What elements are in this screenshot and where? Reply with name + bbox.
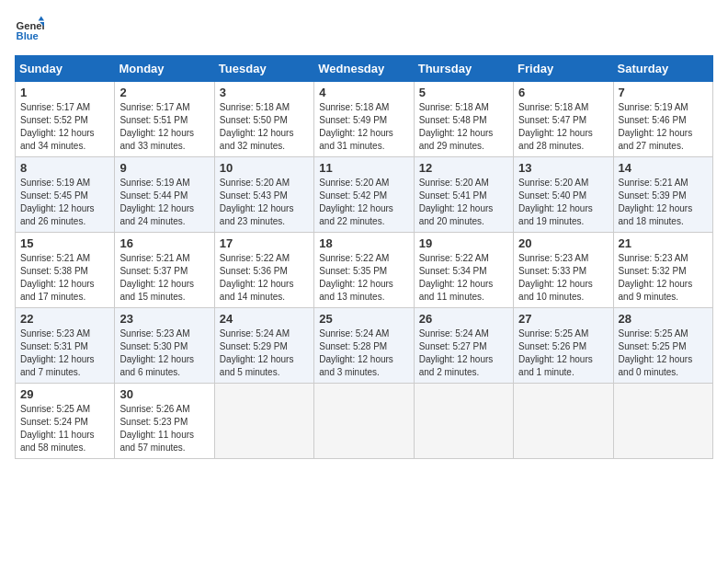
sunset-label: Sunset: 5:45 PM [20,190,88,201]
day-number: 9 [119,161,209,175]
calendar-cell: 20 Sunrise: 5:23 AM Sunset: 5:33 PM Dayl… [514,233,613,308]
day-number: 10 [220,161,309,175]
weekday-header-saturday: Saturday [613,56,712,82]
day-number: 19 [419,236,508,250]
page-header: General Blue [15,15,713,44]
calendar-cell: 10 Sunrise: 5:20 AM Sunset: 5:43 PM Dayl… [214,157,313,233]
sunset-label: Sunset: 5:47 PM [518,115,586,125]
day-info: Sunrise: 5:20 AM Sunset: 5:41 PM Dayligh… [419,177,508,228]
daylight-label: Daylight: 12 hours and 15 minutes. [119,279,194,302]
daylight-label: Daylight: 12 hours and 13 minutes. [319,279,393,302]
day-number: 16 [119,236,209,250]
daylight-label: Daylight: 12 hours and 34 minutes. [20,128,95,151]
calendar-cell: 18 Sunrise: 5:22 AM Sunset: 5:35 PM Dayl… [314,233,414,308]
day-number: 25 [319,312,408,326]
daylight-label: Daylight: 12 hours and 2 minutes. [419,354,494,377]
day-info: Sunrise: 5:26 AM Sunset: 5:23 PM Dayligh… [119,403,209,454]
day-number: 11 [319,161,408,175]
day-info: Sunrise: 5:18 AM Sunset: 5:49 PM Dayligh… [319,101,408,153]
svg-marker-2 [39,17,44,21]
day-info: Sunrise: 5:24 AM Sunset: 5:29 PM Dayligh… [220,327,309,379]
calendar-cell [214,384,313,459]
sunrise-label: Sunrise: 5:18 AM [518,102,588,112]
sunset-label: Sunset: 5:24 PM [20,417,88,427]
day-number: 24 [220,312,309,326]
day-number: 14 [619,161,708,175]
sunrise-label: Sunrise: 5:22 AM [319,253,389,263]
calendar-week-4: 22 Sunrise: 5:23 AM Sunset: 5:31 PM Dayl… [16,308,713,384]
sunrise-label: Sunrise: 5:24 AM [419,328,489,339]
calendar-cell: 14 Sunrise: 5:21 AM Sunset: 5:39 PM Dayl… [613,157,712,233]
day-number: 22 [20,312,109,326]
day-number: 20 [518,236,608,250]
daylight-label: Daylight: 12 hours and 31 minutes. [319,128,393,151]
sunset-label: Sunset: 5:25 PM [619,341,687,351]
svg-text:General: General [17,20,44,31]
day-number: 28 [619,312,708,326]
sunrise-label: Sunrise: 5:21 AM [119,253,189,263]
daylight-label: Daylight: 12 hours and 32 minutes. [220,128,294,151]
sunset-label: Sunset: 5:28 PM [319,341,387,351]
weekday-header-wednesday: Wednesday [314,56,414,82]
calendar-cell: 12 Sunrise: 5:20 AM Sunset: 5:41 PM Dayl… [414,157,513,233]
day-number: 2 [119,86,209,99]
sunrise-label: Sunrise: 5:23 AM [20,328,90,339]
sunrise-label: Sunrise: 5:21 AM [20,253,90,263]
day-info: Sunrise: 5:20 AM Sunset: 5:43 PM Dayligh… [220,177,309,228]
day-info: Sunrise: 5:17 AM Sunset: 5:51 PM Dayligh… [119,101,209,153]
sunrise-label: Sunrise: 5:20 AM [319,178,389,188]
calendar-cell: 5 Sunrise: 5:18 AM Sunset: 5:48 PM Dayli… [414,82,513,157]
logo: General Blue [15,15,44,44]
sunset-label: Sunset: 5:50 PM [220,115,288,125]
weekday-header-sunday: Sunday [16,56,115,82]
logo-icon: General Blue [15,15,44,44]
calendar-header-row: SundayMondayTuesdayWednesdayThursdayFrid… [16,56,713,82]
day-info: Sunrise: 5:22 AM Sunset: 5:34 PM Dayligh… [419,252,508,304]
sunrise-label: Sunrise: 5:20 AM [419,178,489,188]
daylight-label: Daylight: 12 hours and 28 minutes. [518,128,593,151]
calendar-week-2: 8 Sunrise: 5:19 AM Sunset: 5:45 PM Dayli… [16,157,713,233]
sunrise-label: Sunrise: 5:19 AM [20,178,90,188]
calendar-cell: 6 Sunrise: 5:18 AM Sunset: 5:47 PM Dayli… [514,82,613,157]
daylight-label: Daylight: 12 hours and 6 minutes. [119,354,194,377]
day-number: 12 [419,161,508,175]
calendar-cell: 9 Sunrise: 5:19 AM Sunset: 5:44 PM Dayli… [115,157,214,233]
day-info: Sunrise: 5:18 AM Sunset: 5:50 PM Dayligh… [220,101,309,153]
sunrise-label: Sunrise: 5:23 AM [619,253,688,263]
sunset-label: Sunset: 5:35 PM [319,266,387,276]
sunrise-label: Sunrise: 5:22 AM [220,253,290,263]
calendar-week-1: 1 Sunrise: 5:17 AM Sunset: 5:52 PM Dayli… [16,82,713,157]
sunrise-label: Sunrise: 5:18 AM [319,102,389,112]
sunset-label: Sunset: 5:36 PM [220,266,288,276]
sunset-label: Sunset: 5:29 PM [220,341,288,351]
daylight-label: Daylight: 12 hours and 10 minutes. [518,279,593,302]
calendar-cell: 24 Sunrise: 5:24 AM Sunset: 5:29 PM Dayl… [214,308,313,384]
day-info: Sunrise: 5:20 AM Sunset: 5:42 PM Dayligh… [319,177,408,228]
daylight-label: Daylight: 12 hours and 14 minutes. [220,279,294,302]
sunset-label: Sunset: 5:52 PM [20,115,88,125]
weekday-header-thursday: Thursday [414,56,513,82]
day-info: Sunrise: 5:23 AM Sunset: 5:33 PM Dayligh… [518,252,608,304]
day-number: 18 [319,236,408,250]
daylight-label: Daylight: 12 hours and 9 minutes. [619,279,693,302]
weekday-header-tuesday: Tuesday [214,56,313,82]
day-info: Sunrise: 5:18 AM Sunset: 5:47 PM Dayligh… [518,101,608,153]
sunset-label: Sunset: 5:26 PM [518,341,586,351]
day-info: Sunrise: 5:19 AM Sunset: 5:44 PM Dayligh… [119,177,209,228]
sunset-label: Sunset: 5:27 PM [419,341,487,351]
day-info: Sunrise: 5:24 AM Sunset: 5:28 PM Dayligh… [319,327,408,379]
day-info: Sunrise: 5:21 AM Sunset: 5:38 PM Dayligh… [20,252,109,304]
daylight-label: Daylight: 12 hours and 23 minutes. [220,203,294,226]
day-info: Sunrise: 5:24 AM Sunset: 5:27 PM Dayligh… [419,327,508,379]
day-info: Sunrise: 5:21 AM Sunset: 5:39 PM Dayligh… [619,177,708,228]
calendar-cell: 7 Sunrise: 5:19 AM Sunset: 5:46 PM Dayli… [613,82,712,157]
daylight-label: Daylight: 12 hours and 18 minutes. [619,203,693,226]
daylight-label: Daylight: 12 hours and 5 minutes. [220,354,294,377]
calendar-cell: 27 Sunrise: 5:25 AM Sunset: 5:26 PM Dayl… [514,308,613,384]
sunset-label: Sunset: 5:38 PM [20,266,88,276]
calendar-cell: 17 Sunrise: 5:22 AM Sunset: 5:36 PM Dayl… [214,233,313,308]
sunrise-label: Sunrise: 5:17 AM [119,102,189,112]
daylight-label: Daylight: 12 hours and 27 minutes. [619,128,693,151]
calendar-week-3: 15 Sunrise: 5:21 AM Sunset: 5:38 PM Dayl… [16,233,713,308]
weekday-header-friday: Friday [514,56,613,82]
